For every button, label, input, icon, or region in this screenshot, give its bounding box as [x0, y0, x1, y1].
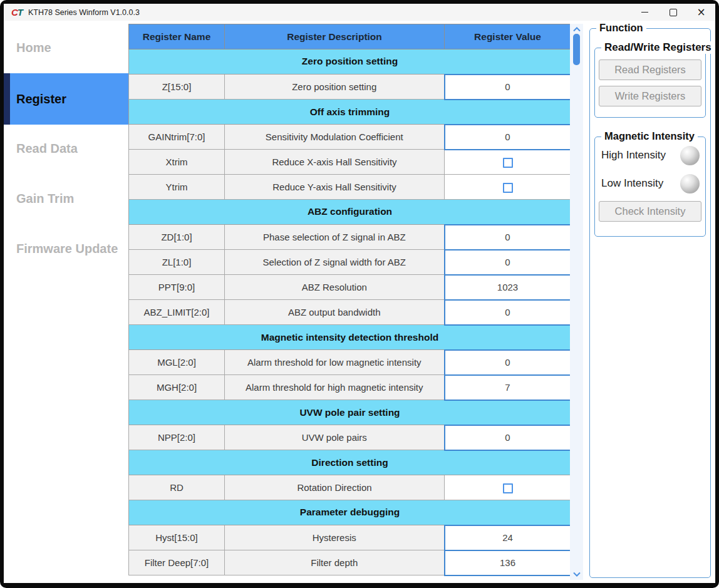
section-header: Magnetic intensity detection threshold [129, 325, 571, 350]
read-write-groupbox: Read/Write Registers Read Registers Writ… [594, 48, 706, 118]
magnetic-intensity-groupbox: Magnetic Intensity High Intensity Low In… [594, 137, 706, 237]
register-description-cell: Sensitivity Modulation Coefficient [225, 125, 445, 150]
section-row: Off axis trimming [129, 100, 571, 125]
sidebar-item-read-data[interactable]: Read Data [4, 136, 128, 161]
register-value-input[interactable]: 7 [445, 375, 571, 400]
register-value-input[interactable]: 0 [445, 350, 571, 375]
read-write-group-label: Read/Write Registers [601, 41, 715, 54]
sidebar-item-label: Register [16, 92, 66, 106]
table-row: Z[15:0]Zero position setting0 [129, 75, 571, 100]
register-value-input[interactable]: 1023 [445, 275, 571, 300]
register-value-input[interactable]: 0 [445, 425, 571, 450]
register-value-input[interactable]: 0 [445, 250, 571, 275]
register-name-cell: Ytrim [129, 175, 225, 200]
check-intensity-button[interactable]: Check Intensity [599, 201, 701, 222]
table-row: GAINtrim[7:0]Sensitivity Modulation Coef… [129, 125, 571, 150]
checkbox-icon[interactable] [503, 183, 513, 193]
app-window: CT KTH78 Series Winform V1.0.0.3 × Home … [0, 0, 719, 588]
scroll-up-icon[interactable] [570, 25, 583, 34]
register-name-cell: RD [129, 475, 225, 500]
read-registers-button[interactable]: Read Registers [599, 59, 701, 80]
section-header: ABZ configuration [129, 200, 571, 225]
column-header-register-description: Register Description [225, 24, 445, 49]
register-value-input[interactable]: 0 [445, 75, 571, 100]
register-description-cell: UVW pole pairs [225, 425, 445, 450]
checkbox-icon[interactable] [503, 483, 513, 493]
sidebar-item-label: Read Data [16, 142, 78, 156]
register-value-checkbox-cell[interactable] [445, 150, 571, 175]
register-description-cell: ABZ output bandwidth [225, 300, 445, 325]
main-area: Home Register Read Data Gain Trim Firmwa… [4, 21, 715, 583]
register-value-input[interactable]: 0 [445, 225, 571, 250]
table-row: MGL[2:0]Alarm threshold for low magnetic… [129, 350, 571, 375]
sidebar-item-label: Home [16, 41, 51, 55]
window-inner: CT KTH78 Series Winform V1.0.0.3 × Home … [4, 4, 715, 583]
sidebar-item-register[interactable]: Register [4, 73, 128, 125]
register-name-cell: ABZ_LIMIT[2:0] [129, 300, 225, 325]
section-header: Direction setting [129, 450, 571, 475]
register-value-checkbox-cell[interactable] [445, 175, 571, 200]
high-intensity-label: High Intensity [601, 149, 666, 162]
register-table-body: Zero position settingZ[15:0]Zero positio… [129, 49, 571, 575]
function-groupbox: Function Read/Write Registers Read Regis… [589, 28, 711, 578]
scroll-down-icon[interactable] [570, 570, 583, 579]
write-registers-button[interactable]: Write Registers [599, 86, 701, 106]
minimize-button[interactable] [631, 4, 659, 21]
register-value-checkbox-cell[interactable] [445, 475, 571, 500]
register-name-cell: GAINtrim[7:0] [129, 125, 225, 150]
maximize-button[interactable] [659, 4, 687, 21]
low-intensity-label: Low Intensity [601, 177, 663, 190]
low-intensity-led-indicator [680, 174, 700, 193]
register-value-input[interactable]: 136 [445, 550, 571, 575]
column-header-register-name: Register Name [129, 24, 225, 49]
sidebar-item-label: Gain Trim [16, 192, 74, 206]
register-description-cell: Rotation Direction [225, 475, 445, 500]
register-name-cell: NPP[2:0] [129, 425, 225, 450]
register-description-cell: Alarm threshold for high magnetic intens… [225, 375, 445, 400]
section-header: Parameter debugging [129, 500, 571, 525]
sidebar-item-home[interactable]: Home [4, 35, 128, 60]
title-bar: CT KTH78 Series Winform V1.0.0.3 × [4, 4, 715, 21]
table-row: PPT[9:0]ABZ Resolution1023 [129, 275, 571, 300]
table-row: Filter Deep[7:0]Filter depth136 [129, 550, 571, 575]
table-row: NPP[2:0]UVW pole pairs0 [129, 425, 571, 450]
register-name-cell: ZL[1:0] [129, 250, 225, 275]
column-header-register-value: Register Value [445, 24, 571, 49]
checkbox-icon[interactable] [503, 158, 513, 168]
window-controls: × [631, 4, 715, 21]
sidebar: Home Register Read Data Gain Trim Firmwa… [4, 21, 128, 583]
register-description-cell: Hysteresis [225, 525, 445, 550]
sidebar-item-label: Firmware Update [16, 242, 118, 256]
table-row: ABZ_LIMIT[2:0]ABZ output bandwidth0 [129, 300, 571, 325]
section-row: Direction setting [129, 450, 571, 475]
minimize-icon [641, 12, 648, 13]
table-scrollbar[interactable] [570, 24, 583, 580]
window-title: KTH78 Series Winform V1.0.0.3 [28, 8, 140, 17]
sidebar-item-gain-trim[interactable]: Gain Trim [4, 186, 128, 211]
sidebar-item-firmware-update[interactable]: Firmware Update [4, 236, 128, 261]
section-row: Zero position setting [129, 49, 571, 75]
register-description-cell: Alarm threshold for low magnetic intensi… [225, 350, 445, 375]
section-row: Parameter debugging [129, 500, 571, 525]
close-button[interactable]: × [687, 4, 715, 21]
register-name-cell: Xtrim [129, 150, 225, 175]
function-group-label: Function [596, 22, 646, 34]
table-row: ZD[1:0]Phase selection of Z signal in AB… [129, 225, 571, 250]
register-value-input[interactable]: 0 [445, 125, 571, 150]
scrollbar-thumb[interactable] [573, 34, 580, 65]
maximize-icon [670, 9, 677, 16]
register-description-cell: Reduce Y-axis Hall Sensitivity [225, 175, 445, 200]
active-indicator [4, 73, 10, 125]
register-description-cell: ABZ Resolution [225, 275, 445, 300]
register-description-cell: Reduce X-axis Hall Sensitivity [225, 150, 445, 175]
register-description-cell: Selection of Z signal width for ABZ [225, 250, 445, 275]
register-name-cell: Hyst[15:0] [129, 525, 225, 550]
table-row: Hyst[15:0]Hysteresis24 [129, 525, 571, 550]
section-header: UVW pole pair setting [129, 400, 571, 425]
table-row: XtrimReduce X-axis Hall Sensitivity [129, 150, 571, 175]
register-value-input[interactable]: 24 [445, 525, 571, 550]
section-header: Zero position setting [129, 49, 571, 75]
register-value-input[interactable]: 0 [445, 300, 571, 325]
register-name-cell: Filter Deep[7:0] [129, 550, 225, 575]
section-header: Off axis trimming [129, 100, 571, 125]
